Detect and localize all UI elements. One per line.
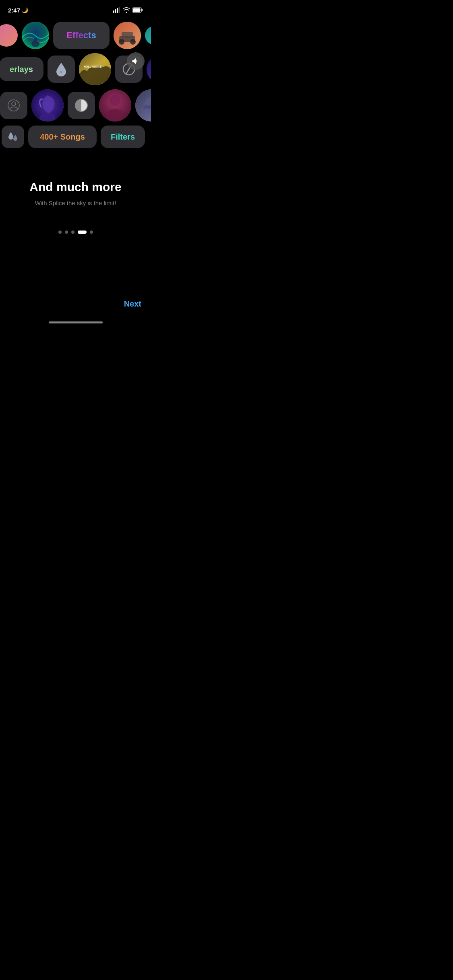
svg-point-28 <box>106 109 124 121</box>
svg-rect-5 <box>133 8 141 12</box>
overlays-pill[interactable]: erlays <box>0 57 43 81</box>
status-time: 2:47 🌙 <box>8 7 28 14</box>
offroad-circle <box>114 22 141 49</box>
svg-rect-31 <box>144 105 151 109</box>
dot-5[interactable] <box>90 231 93 234</box>
teal-circle <box>145 26 151 45</box>
next-button[interactable]: Next <box>124 299 141 309</box>
drop-icon-square[interactable] <box>48 56 75 83</box>
grid-row-1: Effects <box>0 22 151 49</box>
person-icon <box>7 99 20 112</box>
dot-2[interactable] <box>65 231 68 234</box>
svg-rect-0 <box>113 10 114 13</box>
wifi-icon <box>123 7 130 13</box>
status-bar: 2:47 🌙 <box>0 0 151 18</box>
singer-circle <box>99 89 131 121</box>
volume-icon <box>131 57 140 66</box>
svg-rect-1 <box>115 9 116 13</box>
grid-row-3 <box>0 89 151 121</box>
svg-point-9 <box>34 38 37 42</box>
main-content: And much more With Splice the sky is the… <box>0 168 151 206</box>
drops-icon <box>7 131 19 143</box>
svg-point-27 <box>110 95 120 106</box>
signal-icon <box>113 7 120 13</box>
svg-rect-6 <box>142 9 143 11</box>
beanie-circle <box>135 89 151 121</box>
svg-text:HOLLYWOOD: HOLLYWOOD <box>84 65 102 68</box>
filters-pill[interactable]: Filters <box>101 126 145 148</box>
svg-point-23 <box>12 102 16 106</box>
svg-rect-3 <box>119 7 120 13</box>
svg-rect-14 <box>122 32 133 38</box>
pink-circle <box>0 24 18 47</box>
subtext: With Splice the sky is the limit! <box>35 200 116 206</box>
moon-icon: 🌙 <box>22 7 28 13</box>
drops-icon-square[interactable] <box>2 126 24 148</box>
effects-pill[interactable]: Effects <box>53 22 110 49</box>
blue-silhouette-circle <box>31 89 64 121</box>
home-indicator <box>49 321 103 323</box>
svg-rect-2 <box>117 8 118 13</box>
svg-rect-19 <box>147 56 151 83</box>
overlays-label: erlays <box>10 65 33 74</box>
person-icon-square[interactable] <box>0 92 27 119</box>
battery-icon <box>132 7 143 13</box>
half-circle-icon <box>75 99 88 112</box>
dot-3[interactable] <box>71 231 74 234</box>
time-label: 2:47 <box>8 7 20 14</box>
songs-label: 400+ Songs <box>40 132 85 142</box>
headline: And much more <box>29 180 121 194</box>
filters-label: Filters <box>111 132 135 142</box>
effects-label: Effects <box>66 30 96 41</box>
grid-row-4: 400+ Songs Filters <box>0 126 151 148</box>
drop-icon <box>55 62 67 76</box>
dot-4-active[interactable] <box>78 231 87 234</box>
status-icons <box>113 7 143 13</box>
dot-1[interactable] <box>58 231 62 234</box>
pagination-dots <box>0 231 151 234</box>
songs-pill[interactable]: 400+ Songs <box>28 126 97 148</box>
sound-button[interactable] <box>127 52 145 70</box>
grid-area: Effects er <box>0 18 151 152</box>
aurora-circle <box>22 22 49 49</box>
music-man-circle <box>147 56 151 83</box>
hollywood-circle: HOLLYWOOD <box>79 53 111 85</box>
brightness-icon-square[interactable] <box>68 92 95 119</box>
svg-point-12 <box>119 39 124 45</box>
svg-point-13 <box>130 39 136 45</box>
